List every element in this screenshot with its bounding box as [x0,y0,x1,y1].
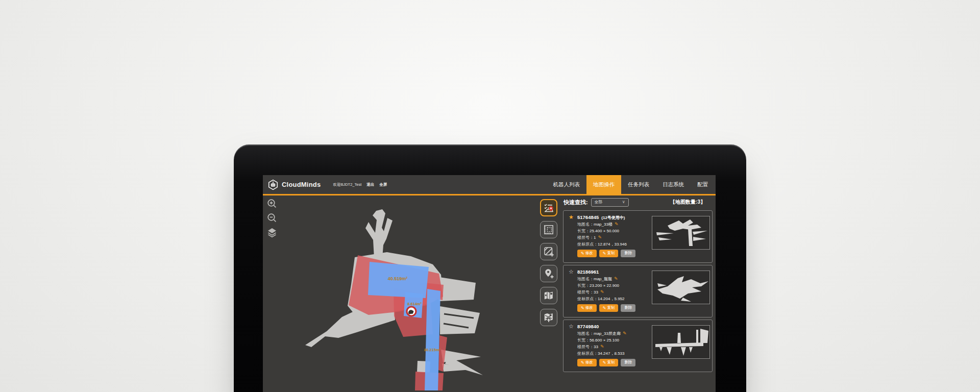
map-id: 82186961 [577,269,599,275]
brand: CloudMinds [263,179,321,190]
map-blob-right-block [440,306,480,334]
favorite-star-icon[interactable]: ★ [568,214,575,220]
edit-icon[interactable]: ✎ [598,235,602,240]
map-list-panel: 快速查找: 全部 ∨ 【地图数量:3】 ★ 51764845 (12号使用中) [560,195,713,372]
edit-icon[interactable]: ✎ [623,331,627,336]
upload-map-tool-button[interactable] [540,309,557,326]
edit-icon[interactable]: ✎ [600,345,604,349]
app-header: CloudMinds 欢迎BJDT2_Test 退出 全屏 机器人列表 地图操作… [263,175,716,195]
favorite-star-icon[interactable]: ☆ [568,323,575,330]
zone-area-label: 8.614m² [407,302,422,306]
map-count-text: 【地图数量:3】 [670,199,705,206]
tab-task-list[interactable]: 任务列表 [621,175,656,195]
tab-log-system[interactable]: 日志系统 [656,175,691,195]
welcome-text: 欢迎BJDT2_Test [333,182,361,187]
copy-button[interactable]: ✎复制 [599,250,619,257]
panel-header: 快速查找: 全部 ∨ 【地图数量:3】 [560,197,713,207]
map-id: 87749840 [577,324,599,329]
tab-robot-list[interactable]: 机器人列表 [547,175,587,195]
filter-value: 全部 [595,200,602,205]
add-point-tool-button[interactable] [540,265,557,282]
tab-map-operations[interactable]: 地图操作 [586,175,621,195]
modify-button[interactable]: ✎修改 [577,250,597,257]
map-card-list: ★ 51764845 (12号使用中) 地图名： map_33楼 ✎ 长宽 [560,210,713,372]
work-zone-corridor[interactable] [425,289,440,390]
map-tool-rail [540,199,557,326]
add-virtual-wall-tool-button[interactable] [540,243,557,260]
edit-map-tool-button[interactable] [540,287,557,304]
content-area: 40.519m² 8.614m² 80.215m² [263,195,716,390]
map-id: 51764845 [577,214,599,220]
edit-icon[interactable]: ✎ [600,290,604,295]
map-card[interactable]: ☆ 82186961 地图名： map_腿腿 ✎ 长宽： [563,265,713,317]
zone-area-label: 40.519m² [388,276,408,281]
chevron-down-icon: ∨ [622,200,625,204]
map-thumbnail[interactable] [652,216,710,250]
edit-icon[interactable]: ✎ [614,277,618,281]
delete-button[interactable]: 删除 [621,304,635,312]
map-card[interactable]: ☆ 87749840 地图名： map_33层走廊 ✎ 长宽： [563,320,713,372]
modify-button[interactable]: ✎修改 [577,359,597,366]
zoom-out-icon[interactable] [266,212,278,224]
main-nav: 机器人列表 地图操作 任务列表 日志系统 配置 [547,175,716,195]
brand-name: CloudMinds [282,181,321,188]
map-card[interactable]: ★ 51764845 (12号使用中) 地图名： map_33楼 ✎ 长宽 [563,210,713,263]
copy-button[interactable]: ✎复制 [599,304,619,312]
session-info: 欢迎BJDT2_Test 退出 全屏 [333,182,387,187]
cloudminds-logo-icon [267,179,279,190]
modify-button[interactable]: ✎修改 [577,304,597,312]
app-screen: CloudMinds 欢迎BJDT2_Test 退出 全屏 机器人列表 地图操作… [263,175,716,392]
copy-button[interactable]: ✎复制 [599,359,619,366]
quick-find-label: 快速查找: [564,199,588,206]
map-list-tool-button[interactable] [540,199,557,216]
edit-icon[interactable]: ✎ [615,222,619,227]
map-status: (12号使用中) [601,215,625,220]
filter-dropdown[interactable]: 全部 ∨ [591,198,629,207]
zone-area-label: 80.215m² [424,348,441,352]
logout-link[interactable]: 退出 [366,182,374,187]
laptop-bezel: CloudMinds 欢迎BJDT2_Test 退出 全屏 机器人列表 地图操作… [234,144,746,392]
tab-settings[interactable]: 配置 [691,175,715,195]
map-canvas[interactable]: 40.519m² 8.614m² 80.215m² [263,195,563,390]
measure-area-tool-button[interactable] [540,221,557,238]
zoom-in-icon[interactable] [266,198,278,210]
fullscreen-link[interactable]: 全屏 [379,182,387,187]
delete-button[interactable]: 删除 [621,359,635,366]
map-thumbnail[interactable] [652,271,710,304]
favorite-star-icon[interactable]: ☆ [568,268,575,275]
robot-position-marker[interactable] [407,307,416,316]
map-blob-branch [365,209,393,258]
delete-button[interactable]: 删除 [621,250,635,257]
map-thumbnail[interactable] [652,325,710,359]
layers-icon[interactable] [266,226,278,238]
map-controls [266,198,278,238]
